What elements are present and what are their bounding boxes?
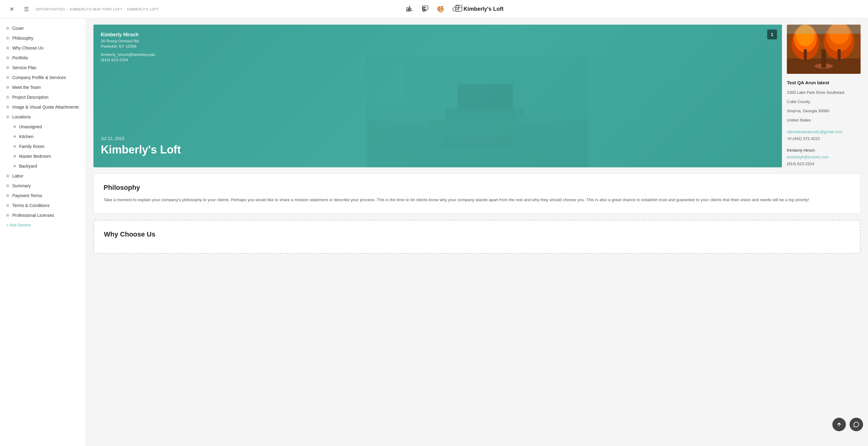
topbar: ✕ ☰ OPPORTUNITIES › KIMBERLY'S NEW YORK … <box>0 0 868 19</box>
sidebar-label-team: Meet the Team <box>12 85 40 90</box>
sidebar-item-portfolio[interactable]: Portfolio <box>0 53 86 63</box>
sidebar-dot-kitchen <box>13 135 16 138</box>
sidebar-label-terms: Terms & Conditions <box>12 203 50 208</box>
breadcrumb: OPPORTUNITIES › KIMBERLY'S NEW YORK LOFT… <box>36 7 159 11</box>
sidebar-item-kitchen[interactable]: Kitchen <box>0 132 86 142</box>
main-layout: Cover Philosophy Why Choose Us Portfolio… <box>0 19 868 446</box>
sidebar-item-unassigned[interactable]: Unassigned <box>0 122 86 132</box>
sidebar-item-why-choose-us[interactable]: Why Choose Us <box>0 43 86 53</box>
sidebar-label-philosophy: Philosophy <box>12 36 33 40</box>
sidebar-dot-summary <box>6 184 9 187</box>
cover-contact-person-email[interactable]: kimberlyh@d-tools.com <box>787 154 861 160</box>
sidebar-dot-cover <box>6 27 9 30</box>
add-section-button[interactable]: + Add Section <box>0 220 86 230</box>
cover-date: Jul 12, 2023 <box>101 136 181 141</box>
sidebar-item-company-profile[interactable]: Company Profile & Services <box>0 72 86 83</box>
sidebar-dot-labor <box>6 174 9 177</box>
layout-icon[interactable] <box>454 3 464 15</box>
cover-company-name: Test QA Arun latest <box>787 79 861 87</box>
svg-rect-24 <box>804 49 807 61</box>
cover-company-email[interactable]: ultimatestararun91@gmail.com <box>787 128 861 135</box>
cover-address1: 26 Roma Orchard Rd <box>101 39 155 43</box>
sidebar-label-licenses: Professional Licenses <box>12 213 54 218</box>
cover-company-addr1: 2300 Lake Park Drive Southeast <box>787 89 861 96</box>
scroll-up-button[interactable] <box>832 418 846 431</box>
cover-contact-details: Test QA Arun latest 2300 Lake Park Drive… <box>787 79 861 167</box>
sidebar: Cover Philosophy Why Choose Us Portfolio… <box>0 19 86 446</box>
sidebar-label-service: Service Plan <box>12 65 37 70</box>
sidebar-dot-team <box>6 86 9 89</box>
cover-company-phone: +0 (442) 372-4222 <box>787 135 861 142</box>
close-button[interactable]: ✕ <box>6 4 17 15</box>
sidebar-dot-portfolio <box>6 56 9 59</box>
philosophy-body: Take a moment to explain your company's … <box>103 197 850 204</box>
breadcrumb-sep2: › <box>124 7 125 11</box>
cover-thumbnail <box>787 25 861 74</box>
chat-button[interactable] <box>849 418 863 431</box>
sidebar-dot-philosophy <box>6 37 9 40</box>
sidebar-label-master: Master Bedroom <box>19 154 51 159</box>
cover-main: Kimberly Hirsch 26 Roma Orchard Rd Peeks… <box>93 25 782 167</box>
cover-client-name: Kimberly Hirsch <box>101 32 155 37</box>
cover-email: kimberly_hirsch@berkeley.edu <box>101 52 155 57</box>
breadcrumb-ny-loft[interactable]: KIMBERLY'S NEW YORK LOFT <box>70 7 122 11</box>
philosophy-section: Philosophy Take a moment to explain your… <box>93 174 861 214</box>
sidebar-item-master-bedroom[interactable]: Master Bedroom <box>0 151 86 161</box>
sidebar-dot-image <box>6 106 9 109</box>
breadcrumb-opportunities[interactable]: OPPORTUNITIES <box>36 7 65 11</box>
sidebar-label-payment: Payment Terms <box>12 193 42 198</box>
cover-company-addr2: Cobb County <box>787 98 861 105</box>
page-title: Kimberly's Loft <box>464 6 862 12</box>
sidebar-label-labor: Labor <box>12 174 23 178</box>
sidebar-item-meet-team[interactable]: Meet the Team <box>0 83 86 92</box>
svg-rect-20 <box>821 49 826 68</box>
sidebar-dot-family <box>13 145 16 148</box>
palette-icon[interactable]: 🎨 <box>435 4 446 15</box>
cover-company-addr3: Smyrna, Georgia 30080 <box>787 108 861 114</box>
sidebar-dot-payment <box>6 194 9 197</box>
sidebar-item-backyard[interactable]: Backyard <box>0 161 86 171</box>
sidebar-item-terms-conditions[interactable]: Terms & Conditions <box>0 201 86 210</box>
sidebar-item-professional-licenses[interactable]: Professional Licenses <box>0 210 86 220</box>
cover-company-addr4: United States <box>787 117 861 124</box>
sidebar-dot-master <box>13 155 16 157</box>
menu-button[interactable]: ☰ <box>21 4 32 15</box>
breadcrumb-sep1: › <box>67 7 68 11</box>
sidebar-label-company: Company Profile & Services <box>12 75 66 80</box>
cover-project-name: Kimberly's Loft <box>101 143 181 156</box>
cover-contact-person-phone: (914) 623-2324 <box>787 160 861 167</box>
sidebar-label-why: Why Choose Us <box>12 46 43 51</box>
dollar-icon[interactable]: $ <box>420 3 428 15</box>
cover-side-panel: Test QA Arun latest 2300 Lake Park Drive… <box>787 25 861 167</box>
cover-client-info: Kimberly Hirsch 26 Roma Orchard Rd Peeks… <box>101 32 155 62</box>
sidebar-dot-unassigned <box>13 125 16 128</box>
sidebar-label-portfolio: Portfolio <box>12 55 28 60</box>
sidebar-item-cover[interactable]: Cover <box>0 23 86 33</box>
sidebar-item-labor[interactable]: Labor <box>0 171 86 181</box>
breadcrumb-loft[interactable]: KIMBERLY'S LOFT <box>127 7 159 11</box>
sidebar-dot-project <box>6 96 9 99</box>
sidebar-dot-service <box>6 66 9 69</box>
sidebar-dot-why <box>6 47 9 50</box>
sidebar-dot-licenses <box>6 214 9 217</box>
cover-thumb-inner <box>787 25 861 74</box>
sidebar-item-image-attachments[interactable]: Image & Visual Quote Attachments <box>0 102 86 112</box>
sidebar-item-payment-terms[interactable]: Payment Terms <box>0 191 86 201</box>
sidebar-label-kitchen: Kitchen <box>19 134 33 139</box>
content-area: Kimberly Hirsch 26 Roma Orchard Rd Peeks… <box>86 19 868 446</box>
cover-phone: (914) 623-2324 <box>101 58 155 62</box>
cover-project-info: Jul 12, 2023 Kimberly's Loft <box>101 136 181 156</box>
sidebar-item-locations[interactable]: Locations <box>0 112 86 122</box>
sidebar-dot-backyard <box>13 165 16 167</box>
sidebar-dot-company <box>6 76 9 79</box>
sidebar-item-family-room[interactable]: Family Room <box>0 142 86 151</box>
sidebar-label-project: Project Description <box>12 95 49 100</box>
sidebar-item-summary[interactable]: Summary <box>0 181 86 191</box>
cover-overlay <box>93 25 782 167</box>
grid-icon[interactable]: ⊞ <box>404 4 413 15</box>
sidebar-item-project-desc[interactable]: Project Description <box>0 92 86 102</box>
sidebar-item-philosophy[interactable]: Philosophy <box>0 33 86 43</box>
sidebar-label-cover: Cover <box>12 26 24 31</box>
sidebar-label-backyard: Backyard <box>19 163 37 169</box>
sidebar-item-service-plan[interactable]: Service Plan <box>0 63 86 72</box>
